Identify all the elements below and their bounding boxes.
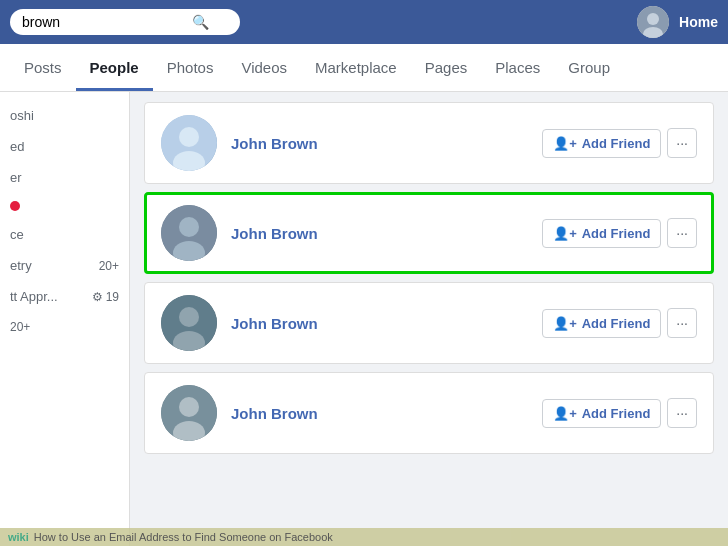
- result-name-2[interactable]: John Brown: [231, 225, 528, 242]
- sidebar-item-dot[interactable]: [0, 195, 129, 217]
- wikihow-text: How to Use an Email Address to Find Some…: [34, 531, 333, 543]
- result-card-2: John Brown 👤+ Add Friend ···: [144, 192, 714, 274]
- badge-etry: 20+: [99, 259, 119, 273]
- result-actions-2: 👤+ Add Friend ···: [542, 218, 697, 248]
- sidebar-item-extra[interactable]: 20+: [0, 314, 129, 340]
- sidebar-item-oshi[interactable]: oshi: [0, 102, 129, 129]
- navbar: 🔍 Home: [0, 0, 728, 44]
- result-actions-4: 👤+ Add Friend ···: [542, 398, 697, 428]
- result-name-1[interactable]: John Brown: [231, 135, 528, 152]
- result-card-4: John Brown 👤+ Add Friend ···: [144, 372, 714, 454]
- more-button-4[interactable]: ···: [667, 398, 697, 428]
- add-friend-button-4[interactable]: 👤+ Add Friend: [542, 399, 661, 428]
- sidebar-item-ce[interactable]: ce: [0, 221, 129, 248]
- result-card-3: John Brown 👤+ Add Friend ···: [144, 282, 714, 364]
- notification-dot: [10, 201, 20, 211]
- badge-extra: 20+: [10, 320, 30, 334]
- add-friend-button-1[interactable]: 👤+ Add Friend: [542, 129, 661, 158]
- result-name-4[interactable]: John Brown: [231, 405, 528, 422]
- svg-point-1: [647, 13, 659, 25]
- sidebar-item-er[interactable]: er: [0, 164, 129, 191]
- more-button-2[interactable]: ···: [667, 218, 697, 248]
- add-friend-icon-4: 👤+: [553, 406, 577, 421]
- sidebar-item-ed[interactable]: ed: [0, 133, 129, 160]
- add-friend-button-2[interactable]: 👤+ Add Friend: [542, 219, 661, 248]
- tab-groups[interactable]: Group: [554, 47, 624, 91]
- add-friend-button-3[interactable]: 👤+ Add Friend: [542, 309, 661, 338]
- results-area: John Brown 👤+ Add Friend ··· John Brown: [130, 92, 728, 546]
- add-friend-icon-2: 👤+: [553, 226, 577, 241]
- subnav: Posts People Photos Videos Marketplace P…: [0, 44, 728, 92]
- search-input[interactable]: [22, 14, 192, 30]
- add-friend-icon-3: 👤+: [553, 316, 577, 331]
- gear-icon: ⚙: [92, 290, 103, 304]
- search-bar[interactable]: 🔍: [10, 9, 240, 35]
- result-card-1: John Brown 👤+ Add Friend ···: [144, 102, 714, 184]
- svg-point-10: [179, 307, 199, 327]
- svg-point-13: [179, 397, 199, 417]
- svg-point-4: [179, 127, 199, 147]
- avatar-1: [161, 115, 217, 171]
- result-name-3[interactable]: John Brown: [231, 315, 528, 332]
- avatar-3: [161, 295, 217, 351]
- tab-places[interactable]: Places: [481, 47, 554, 91]
- badge-att: ⚙ 19: [92, 290, 119, 304]
- search-button[interactable]: 🔍: [192, 14, 209, 30]
- avatar[interactable]: [637, 6, 669, 38]
- add-friend-icon-1: 👤+: [553, 136, 577, 151]
- svg-point-7: [179, 217, 199, 237]
- avatar-2: [161, 205, 217, 261]
- tab-marketplace[interactable]: Marketplace: [301, 47, 411, 91]
- tab-pages[interactable]: Pages: [411, 47, 482, 91]
- result-actions-3: 👤+ Add Friend ···: [542, 308, 697, 338]
- tab-posts[interactable]: Posts: [10, 47, 76, 91]
- more-button-3[interactable]: ···: [667, 308, 697, 338]
- tab-people[interactable]: People: [76, 47, 153, 91]
- avatar-4: [161, 385, 217, 441]
- tab-photos[interactable]: Photos: [153, 47, 228, 91]
- result-actions-1: 👤+ Add Friend ···: [542, 128, 697, 158]
- sidebar: oshi ed er ce etry 20+ tt Appr... ⚙ 19 2…: [0, 92, 130, 546]
- sidebar-item-att[interactable]: tt Appr... ⚙ 19: [0, 283, 129, 310]
- home-button[interactable]: Home: [679, 14, 718, 30]
- main-layout: oshi ed er ce etry 20+ tt Appr... ⚙ 19 2…: [0, 92, 728, 546]
- sidebar-item-etry[interactable]: etry 20+: [0, 252, 129, 279]
- navbar-right: Home: [637, 6, 718, 38]
- tab-videos[interactable]: Videos: [227, 47, 301, 91]
- more-button-1[interactable]: ···: [667, 128, 697, 158]
- wikihow-bar: wiki How to Use an Email Address to Find…: [0, 528, 728, 546]
- wikihow-logo: wiki: [8, 531, 29, 543]
